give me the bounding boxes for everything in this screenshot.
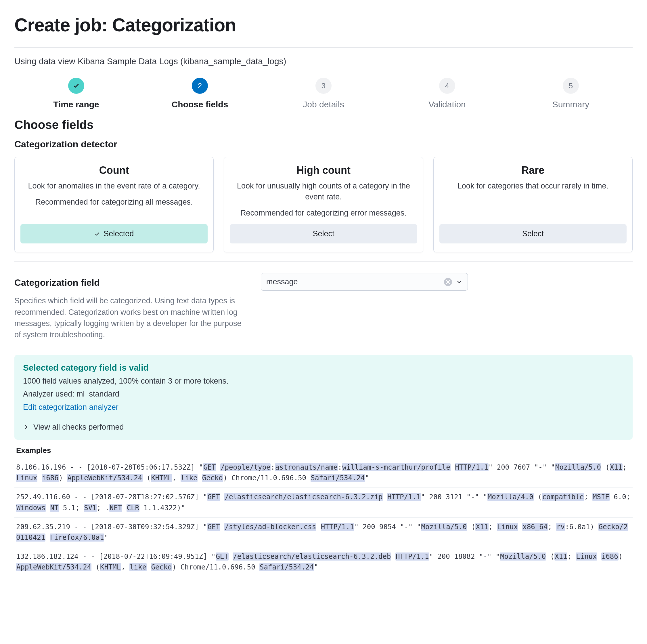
step-label: Time range: [53, 100, 99, 109]
detector-card-count: CountLook for anomalies in the event rat…: [14, 157, 214, 252]
highlighted-token: i686: [42, 474, 59, 482]
step-2: 2Choose fields: [138, 78, 262, 109]
highlighted-token: /people/type: [220, 463, 271, 471]
divider: [14, 47, 633, 48]
detector-recommendation: Recommended for categorizing all message…: [20, 197, 208, 208]
highlighted-token: rv: [556, 523, 565, 531]
highlighted-token: KHTML: [100, 563, 121, 571]
callout-line-analyzer: Analyzer used: ml_standard: [23, 390, 624, 398]
select-button[interactable]: Select: [230, 224, 417, 244]
highlighted-token: SV1: [84, 504, 97, 512]
detector-recommendation: Recommended for categorizing error messa…: [230, 208, 417, 219]
callout-line-tokens: 1000 field values analyzed, 100% contain…: [23, 377, 624, 386]
callout-title: Selected category field is valid: [23, 363, 624, 373]
highlighted-token: HTTP/1.1: [320, 523, 355, 531]
detector-desc: Look for categories that occur rarely in…: [439, 181, 627, 192]
highlighted-token: Firefox/6.0a1: [50, 533, 104, 541]
highlighted-token: i686: [601, 553, 619, 561]
step-circle: 4: [439, 78, 455, 94]
highlighted-token: Mozilla/5.0: [555, 463, 601, 471]
highlighted-token: X11: [475, 523, 488, 531]
highlighted-token: like: [129, 563, 147, 571]
highlighted-token: Windows: [16, 504, 46, 512]
page-title: Create job: Categorization: [14, 14, 633, 36]
highlighted-token: Linux: [16, 474, 38, 482]
highlighted-token: HTTP/1.1: [396, 553, 429, 561]
highlighted-token: X11: [555, 553, 567, 561]
view-all-checks-label: View all checks performed: [33, 423, 124, 432]
chevron-down-icon[interactable]: [456, 279, 462, 285]
highlighted-token: Mozilla/5.0: [500, 553, 546, 561]
selected-button[interactable]: Selected: [20, 224, 208, 244]
check-icon: [94, 231, 100, 237]
step-5: 5Summary: [509, 78, 633, 109]
highlighted-token: Mozilla/4.0: [487, 493, 534, 501]
edit-analyzer-link[interactable]: Edit categorization analyzer: [23, 403, 119, 412]
detector-title: Rare: [439, 164, 627, 176]
highlighted-token: GET: [216, 553, 229, 561]
divider: [14, 261, 633, 262]
step-4: 4Validation: [385, 78, 509, 109]
log-example-row: 252.49.116.60 - - [2018-07-28T18:27:02.5…: [14, 488, 633, 517]
highlighted-token: like: [181, 474, 198, 482]
highlighted-token: /elasticsearch/elasticsearch-6.3.2.deb: [233, 553, 391, 561]
step-circle: 5: [563, 78, 579, 94]
examples-heading: Examples: [16, 446, 633, 455]
detector-card-rare: RareLook for categories that occur rarel…: [433, 157, 633, 252]
highlighted-token: compatible: [542, 493, 584, 501]
categorization-field-desc: Specifies which field will be categorize…: [14, 295, 249, 340]
highlighted-token: Safari/534.24: [310, 474, 365, 482]
highlighted-token: GET: [203, 463, 216, 471]
chevron-right-icon: [23, 424, 29, 430]
detector-desc: Look for unusually high counts of a cate…: [230, 181, 417, 203]
view-all-checks-toggle[interactable]: View all checks performed: [23, 423, 624, 432]
clear-icon[interactable]: [444, 278, 452, 286]
highlighted-token: GET: [207, 523, 220, 531]
log-example-row: 209.62.35.219 - - [2018-07-30T09:32:54.3…: [14, 518, 633, 547]
examples-list: 8.106.16.196 - - [2018-07-28T05:06:17.53…: [14, 458, 633, 577]
categorization-field-heading: Categorization field: [14, 277, 249, 288]
highlighted-token: Linux: [497, 523, 518, 531]
highlighted-token: Mozilla/5.0: [421, 523, 467, 531]
highlighted-token: x86_64: [522, 523, 548, 531]
highlighted-token: william-s-mcarthur/profile: [342, 463, 451, 471]
highlighted-token: /elasticsearch/elasticsearch-6.3.2.zip: [224, 493, 383, 501]
highlighted-token: X11: [609, 463, 623, 471]
categorization-field-combobox[interactable]: message: [261, 273, 468, 291]
step-label: Choose fields: [172, 100, 228, 109]
highlighted-token: Linux: [576, 553, 597, 561]
section-choose-fields: Choose fields: [14, 118, 633, 132]
detector-heading: Categorization detector: [14, 139, 633, 150]
select-button[interactable]: Select: [439, 224, 627, 244]
highlighted-token: AppleWebKit/534.24: [67, 474, 142, 482]
step-label: Job details: [303, 100, 344, 109]
highlighted-token: HTTP/1.1: [455, 463, 489, 471]
step-1[interactable]: Time range: [14, 78, 138, 109]
detector-cards: CountLook for anomalies in the event rat…: [14, 157, 633, 252]
highlighted-token: /styles/ad-blocker.css: [224, 523, 316, 531]
highlighted-token: NET: [109, 504, 122, 512]
highlighted-token: MSIE: [592, 493, 609, 501]
check-icon: [73, 82, 80, 89]
data-view-label: Using data view Kibana Sample Data Logs …: [14, 56, 633, 66]
highlighted-token: Safari/534.24: [260, 563, 314, 571]
detector-title: Count: [20, 164, 208, 176]
detector-card-high-count: High countLook for unusually high counts…: [224, 157, 423, 252]
highlighted-token: Gecko: [151, 563, 172, 571]
step-label: Summary: [552, 100, 589, 109]
step-circle: 3: [315, 78, 332, 94]
highlighted-token: KHTML: [151, 474, 172, 482]
step-3: 3Job details: [262, 78, 385, 109]
highlighted-token: Gecko: [202, 474, 223, 482]
detector-title: High count: [230, 164, 417, 176]
log-example-row: 132.186.182.124 - - [2018-07-22T16:09:49…: [14, 547, 633, 577]
highlighted-token: CLR: [127, 504, 139, 512]
step-circle: [68, 78, 84, 94]
detector-desc: Look for anomalies in the event rate of …: [20, 181, 208, 192]
combobox-value: message: [266, 277, 444, 286]
validation-callout: Selected category field is valid 1000 fi…: [14, 355, 633, 440]
wizard-stepper: Time range2Choose fields3Job details4Val…: [14, 78, 633, 109]
highlighted-token: astronauts/name: [275, 463, 338, 471]
log-example-row: 8.106.16.196 - - [2018-07-28T05:06:17.53…: [14, 458, 633, 488]
step-label: Validation: [428, 100, 466, 109]
